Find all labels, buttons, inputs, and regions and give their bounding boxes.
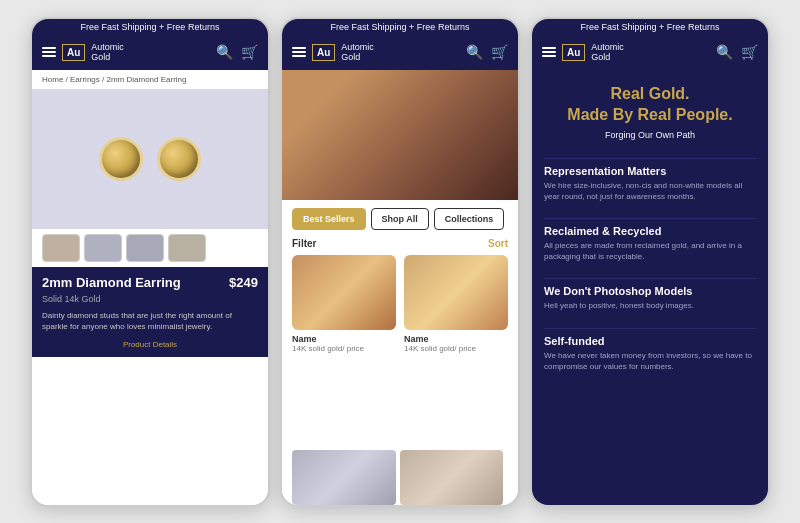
section-body-1: We hire size-inclusive, non-cis and non-… <box>544 180 756 202</box>
navbar-2: Au Automic Gold 🔍 🛒 <box>282 35 518 71</box>
phone-1: Free Fast Shipping + Free Returns Au Aut… <box>30 17 270 507</box>
menu-icon-3[interactable] <box>542 47 556 57</box>
cart-icon-2[interactable]: 🛒 <box>491 44 508 60</box>
hero-subtitle-3: Forging Our Own Path <box>544 130 756 140</box>
logo-name-2: Automic Gold <box>341 42 374 64</box>
sort-label[interactable]: Sort <box>488 238 508 249</box>
product-title: 2mm Diamond Earring <box>42 275 181 291</box>
thumb-2[interactable] <box>84 234 122 262</box>
nav-right-1: 🔍 🛒 <box>216 44 258 60</box>
logo-name-3: Automic Gold <box>591 42 624 64</box>
section-body-4: We have never taken money from investors… <box>544 350 756 372</box>
thumb-3[interactable] <box>126 234 164 262</box>
earring-display <box>102 140 198 178</box>
thumb-4[interactable] <box>168 234 206 262</box>
phone2-content: Best Sellers Shop All Collections Filter… <box>282 70 518 504</box>
topbar-2: Free Fast Shipping + Free Returns <box>282 19 518 35</box>
tab-shop-all[interactable]: Shop All <box>371 208 429 230</box>
section-photoshop: We Don't Photoshop Models Hell yeah to p… <box>544 285 756 311</box>
divider-2 <box>544 278 756 279</box>
product-card-1: Name 14K solid gold/ price <box>292 255 396 443</box>
search-icon-2[interactable]: 🔍 <box>466 44 483 60</box>
product-subtitle: Solid 14k Gold <box>42 294 258 304</box>
cart-icon-1[interactable]: 🛒 <box>241 44 258 60</box>
nav-left-1: Au Automic Gold <box>42 42 124 64</box>
card-image-1[interactable] <box>292 255 396 330</box>
nav-right-2: 🔍 🛒 <box>466 44 508 60</box>
card-sub-2: 14K solid gold/ price <box>404 344 508 353</box>
thumbnails <box>32 229 268 267</box>
divider-1 <box>544 218 756 219</box>
hero-hand <box>282 70 518 200</box>
earring-left <box>102 140 140 178</box>
product-price: $249 <box>229 275 258 290</box>
phone1-content: Home / Earrings / 2mm Diamond Earring 2m… <box>32 70 268 504</box>
section-heading-2: Reclaimed & Recycled <box>544 225 756 237</box>
section-reclaimed: Reclaimed & Recycled All pieces are made… <box>544 225 756 262</box>
menu-icon-2[interactable] <box>292 47 306 57</box>
earring-right <box>160 140 198 178</box>
product-title-row: 2mm Diamond Earring $249 <box>42 275 258 291</box>
card-row-2 <box>282 450 518 505</box>
product-image-main <box>32 89 268 229</box>
nav-left-3: Au Automic Gold <box>542 42 624 64</box>
section-heading-1: Representation Matters <box>544 165 756 177</box>
card-name-2: Name <box>404 334 508 344</box>
card-sub-1: 14K solid gold/ price <box>292 344 396 353</box>
section-heading-4: Self-funded <box>544 335 756 347</box>
card-image-2[interactable] <box>404 255 508 330</box>
phone-2: Free Fast Shipping + Free Returns Au Aut… <box>280 17 520 507</box>
breadcrumb-1: Home / Earrings / 2mm Diamond Earring <box>32 70 268 89</box>
product-info: 2mm Diamond Earring $249 Solid 14k Gold … <box>32 267 268 357</box>
card-small-1[interactable] <box>292 450 396 505</box>
topbar-3: Free Fast Shipping + Free Returns <box>532 19 768 35</box>
search-icon-1[interactable]: 🔍 <box>216 44 233 60</box>
hero-title-3: Real Gold. Made By Real People. <box>544 84 756 126</box>
section-body-3: Hell yeah to positive, honest body image… <box>544 300 756 311</box>
filter-tabs: Best Sellers Shop All Collections <box>282 200 518 238</box>
navbar-1: Au Automic Gold 🔍 🛒 <box>32 35 268 71</box>
section-heading-3: We Don't Photoshop Models <box>544 285 756 297</box>
divider-3 <box>544 328 756 329</box>
section-body-2: All pieces are made from reclaimed gold,… <box>544 240 756 262</box>
product-grid: Name 14K solid gold/ price Name 14K soli… <box>282 255 518 443</box>
topbar-1: Free Fast Shipping + Free Returns <box>32 19 268 35</box>
divider-0 <box>544 158 756 159</box>
product-desc: Dainty diamond studs that are just the r… <box>42 310 258 332</box>
logo-au-3: Au <box>562 44 585 61</box>
menu-icon-1[interactable] <box>42 47 56 57</box>
nav-right-3: 🔍 🛒 <box>716 44 758 60</box>
phone3-content: Real Gold. Made By Real People. Forging … <box>532 70 768 504</box>
hero-image <box>282 70 518 200</box>
search-icon-3[interactable]: 🔍 <box>716 44 733 60</box>
logo-au-1: Au <box>62 44 85 61</box>
logo-au-2: Au <box>312 44 335 61</box>
section-self-funded: Self-funded We have never taken money fr… <box>544 335 756 372</box>
phone-3: Free Fast Shipping + Free Returns Au Aut… <box>530 17 770 507</box>
navbar-3: Au Automic Gold 🔍 🛒 <box>532 35 768 71</box>
hero-title-line1: Real Gold. <box>610 85 689 102</box>
cart-icon-3[interactable]: 🛒 <box>741 44 758 60</box>
hero-title-line2: Made By Real People. <box>567 106 732 123</box>
thumb-1[interactable] <box>42 234 80 262</box>
card-name-1: Name <box>292 334 396 344</box>
tab-best-sellers[interactable]: Best Sellers <box>292 208 366 230</box>
section-representation: Representation Matters We hire size-incl… <box>544 165 756 202</box>
tab-collections[interactable]: Collections <box>434 208 505 230</box>
product-card-2: Name 14K solid gold/ price <box>404 255 508 443</box>
filter-sort-bar: Filter Sort <box>282 238 518 255</box>
nav-left-2: Au Automic Gold <box>292 42 374 64</box>
product-detail-link[interactable]: Product Details <box>42 340 258 349</box>
card-small-2[interactable] <box>400 450 504 505</box>
filter-label[interactable]: Filter <box>292 238 316 249</box>
logo-name-1: Automic Gold <box>91 42 124 64</box>
